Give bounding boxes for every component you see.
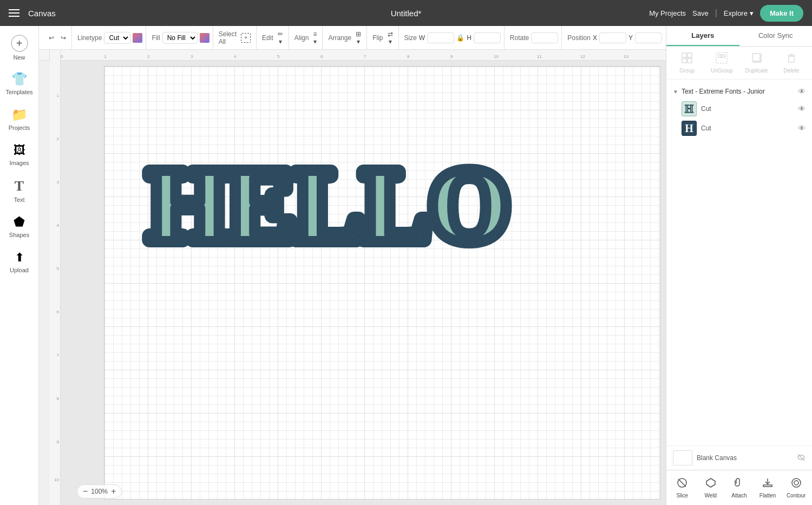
- flip-label: Flip: [372, 34, 383, 42]
- svg-rect-7: [718, 55, 721, 57]
- fill-select[interactable]: No Fill: [162, 32, 198, 44]
- delete-button[interactable]: Delete: [775, 49, 808, 77]
- left-sidebar: + New 👕 Templates 📁 Projects 🖼 Images T …: [0, 26, 39, 505]
- layer-group-visibility-toggle[interactable]: 👁: [798, 87, 806, 96]
- arrange-group: Arrange ⊞ ▾: [325, 26, 367, 49]
- size-label: Size: [404, 34, 417, 42]
- images-icon: 🖼: [14, 143, 25, 158]
- x-input[interactable]: [599, 32, 626, 43]
- fill-color-swatch[interactable]: [200, 33, 209, 43]
- shapes-icon: ⬟: [14, 214, 25, 229]
- layer-2-visibility-toggle[interactable]: 👁: [798, 124, 806, 133]
- svg-rect-10: [752, 54, 760, 61]
- attach-button[interactable]: Attach: [725, 474, 753, 502]
- group-button[interactable]: Group: [671, 49, 703, 77]
- ruler-corner: [39, 50, 50, 61]
- group-icon: [681, 52, 693, 67]
- height-input[interactable]: [474, 32, 501, 43]
- sidebar-item-shapes[interactable]: ⬟ Shapes: [2, 209, 37, 244]
- horizontal-ruler: 0 1 2 3 4 5 6 7 8 9 10 11 12 13: [61, 50, 666, 61]
- ungroup-button[interactable]: UnGroup: [705, 49, 738, 77]
- redo-button[interactable]: ↪: [58, 33, 68, 43]
- select-all-icon: +: [241, 33, 251, 43]
- sidebar-images-label: Images: [9, 160, 29, 166]
- flip-group: Flip ⇄ ▾: [369, 26, 398, 49]
- svg-rect-5: [687, 58, 692, 63]
- my-projects-link[interactable]: My Projects: [649, 9, 686, 17]
- duplicate-icon: [751, 52, 763, 67]
- w-label: W: [419, 34, 425, 42]
- sidebar-item-templates[interactable]: 👕 Templates: [2, 66, 37, 101]
- attach-icon: [733, 477, 745, 491]
- linetype-color-swatch[interactable]: [133, 33, 142, 43]
- sidebar-projects-label: Projects: [9, 124, 30, 131]
- select-all-button[interactable]: +: [239, 32, 253, 44]
- layer-group-text: ▼ Text - Extreme Fonts - Junior 👁 H Cut …: [666, 84, 812, 138]
- align-button[interactable]: ≡ ▾: [311, 29, 319, 47]
- edit-button[interactable]: ✏ ▾: [276, 29, 285, 47]
- weld-button[interactable]: Weld: [697, 474, 725, 502]
- svg-rect-6: [716, 53, 727, 63]
- bottom-action-bar: Slice Weld Attach Flatten: [666, 470, 812, 505]
- sidebar-item-upload[interactable]: ⬆ Upload: [2, 245, 37, 279]
- arrange-label: Arrange: [328, 34, 351, 42]
- layer-thumb-1: H: [682, 101, 697, 116]
- svg-text:HELLO: HELLO: [148, 148, 508, 262]
- layer-item-2[interactable]: H Cut 👁: [671, 119, 808, 138]
- rotate-input[interactable]: [531, 32, 558, 43]
- sidebar-item-images[interactable]: 🖼 Images: [2, 137, 37, 172]
- right-panel: Layers Color Sync Group UnGroup: [666, 26, 812, 505]
- position-label: Position: [567, 34, 591, 42]
- ungroup-icon: [716, 52, 728, 67]
- svg-rect-2: [682, 53, 686, 57]
- svg-rect-3: [687, 53, 692, 57]
- flip-button[interactable]: ⇄ ▾: [385, 29, 395, 47]
- size-group: Size W 🔒 H: [401, 26, 505, 49]
- explore-button[interactable]: Explore ▾: [724, 9, 754, 17]
- zoom-in-button[interactable]: +: [111, 487, 116, 496]
- undo-redo-group: ↩ ↪: [43, 26, 72, 49]
- hamburger-menu[interactable]: [9, 9, 19, 17]
- flatten-icon: [762, 477, 774, 491]
- delete-icon: [785, 52, 797, 67]
- duplicate-button[interactable]: Duplicate: [741, 49, 773, 77]
- layer-group-header[interactable]: ▼ Text - Extreme Fonts - Junior 👁: [671, 84, 808, 99]
- layer-1-visibility-toggle[interactable]: 👁: [798, 104, 806, 113]
- edit-group: Edit ✏ ▾: [259, 26, 289, 49]
- svg-point-21: [794, 481, 798, 485]
- layer-item-2-label: Cut: [701, 124, 794, 132]
- svg-rect-19: [763, 485, 772, 487]
- sidebar-item-text[interactable]: T Text: [2, 173, 37, 208]
- linetype-select[interactable]: Cut: [104, 32, 130, 44]
- width-input[interactable]: [427, 32, 454, 43]
- undo-button[interactable]: ↩: [47, 33, 56, 43]
- svg-point-20: [792, 478, 801, 487]
- tab-color-sync[interactable]: Color Sync: [739, 26, 813, 46]
- canvas-area-body: 1 2 3 4 5 6 7 8 9 10 0 1: [39, 50, 666, 505]
- right-panel-tabs: Layers Color Sync: [666, 26, 812, 47]
- canvas-main-area: 0 1 2 3 4 5 6 7 8 9 10 11 12 13: [61, 50, 666, 505]
- canvas-drawing-area[interactable]: HELLO HELLO: [104, 66, 660, 500]
- sidebar-item-projects[interactable]: 📁 Projects: [2, 102, 37, 136]
- arrange-button[interactable]: ⊞ ▾: [353, 29, 363, 47]
- save-button[interactable]: Save: [692, 9, 709, 17]
- slice-button[interactable]: Slice: [669, 474, 696, 502]
- y-label: Y: [628, 34, 633, 42]
- align-label: Align: [294, 34, 309, 42]
- document-title: Untitled*: [391, 9, 422, 18]
- tab-layers[interactable]: Layers: [666, 26, 739, 46]
- zoom-out-button[interactable]: −: [83, 487, 88, 496]
- sidebar-item-new[interactable]: + New: [2, 30, 37, 65]
- upload-icon: ⬆: [15, 251, 24, 265]
- y-input[interactable]: [635, 32, 662, 43]
- contour-button[interactable]: Contour: [782, 474, 810, 502]
- sidebar-shapes-label: Shapes: [9, 232, 29, 238]
- canvas-container[interactable]: HELLO HELLO − 100% +: [61, 61, 666, 505]
- blank-canvas-visibility-toggle[interactable]: [797, 453, 806, 463]
- flatten-button[interactable]: Flatten: [754, 474, 782, 502]
- lock-icon[interactable]: 🔒: [456, 34, 464, 42]
- layer-item-1[interactable]: H Cut 👁: [671, 99, 808, 119]
- align-group: Align ≡ ▾: [291, 26, 323, 49]
- make-it-button[interactable]: Make It: [760, 5, 803, 22]
- hello-text-svg[interactable]: HELLO HELLO: [148, 132, 635, 267]
